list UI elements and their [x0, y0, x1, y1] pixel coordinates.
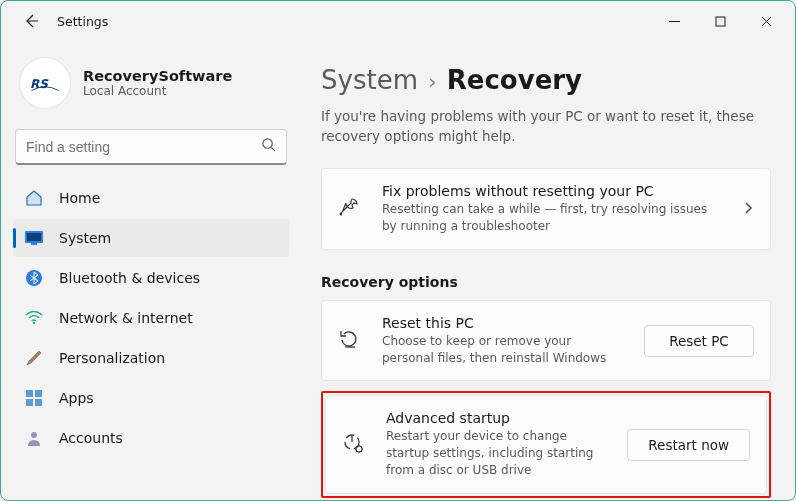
sidebar-item-network[interactable]: Network & internet: [13, 299, 289, 337]
fix-problems-card[interactable]: Fix problems without resetting your PC R…: [321, 168, 771, 250]
wrench-icon: [338, 196, 362, 222]
card-subtitle: Restart your device to change startup se…: [386, 428, 607, 478]
paintbrush-icon: [25, 349, 43, 367]
sidebar-item-accounts[interactable]: Accounts: [13, 419, 289, 457]
svg-rect-0: [716, 17, 725, 26]
advanced-startup-row: Advanced startup Restart your device to …: [325, 395, 767, 493]
card-title: Reset this PC: [382, 315, 624, 331]
sidebar-item-label: Personalization: [59, 350, 165, 366]
svg-text:RS: RS: [30, 77, 49, 91]
sidebar-item-label: Bluetooth & devices: [59, 270, 200, 286]
svg-point-2: [263, 139, 272, 148]
breadcrumb-current: Recovery: [447, 65, 582, 95]
avatar: RS: [19, 57, 71, 109]
sidebar-item-home[interactable]: Home: [13, 179, 289, 217]
sidebar-item-apps[interactable]: Apps: [13, 379, 289, 417]
sidebar-item-label: Accounts: [59, 430, 123, 446]
sidebar-item-label: Apps: [59, 390, 94, 406]
chevron-right-icon: [742, 199, 754, 218]
reset-pc-row: Reset this PC Choose to keep or remove y…: [321, 300, 771, 382]
search-input[interactable]: [26, 139, 261, 155]
svg-point-7: [33, 322, 35, 324]
page-description: If you're having problems with your PC o…: [321, 107, 761, 146]
card-title: Fix problems without resetting your PC: [382, 183, 712, 199]
reset-pc-button[interactable]: Reset PC: [644, 325, 754, 357]
sidebar-item-bluetooth[interactable]: Bluetooth & devices: [13, 259, 289, 297]
power-gear-icon: [342, 432, 366, 458]
search-input-container[interactable]: [15, 129, 287, 165]
sidebar-item-system[interactable]: System: [13, 219, 289, 257]
svg-rect-4: [27, 233, 41, 241]
titlebar: Settings: [1, 1, 795, 41]
reset-icon: [338, 328, 362, 354]
maximize-button[interactable]: [697, 5, 743, 37]
breadcrumb: System › Recovery: [321, 65, 771, 95]
svg-rect-9: [35, 390, 42, 397]
recovery-options-heading: Recovery options: [321, 274, 771, 290]
close-button[interactable]: [743, 5, 789, 37]
apps-icon: [25, 389, 43, 407]
card-subtitle: Choose to keep or remove your personal f…: [382, 333, 624, 367]
chevron-right-icon: ›: [428, 69, 437, 94]
system-icon: [25, 229, 43, 247]
card-title: Advanced startup: [386, 410, 607, 426]
window-title: Settings: [49, 14, 108, 29]
breadcrumb-parent[interactable]: System: [321, 65, 418, 95]
profile-account-type: Local Account: [83, 84, 232, 98]
svg-rect-10: [26, 399, 33, 406]
svg-rect-11: [35, 399, 42, 406]
svg-rect-8: [26, 390, 33, 397]
sidebar-item-label: Home: [59, 190, 100, 206]
sidebar: RS RecoverySoftware Local Account Home S…: [1, 41, 301, 500]
sidebar-item-label: Network & internet: [59, 310, 193, 326]
main-panel: System › Recovery If you're having probl…: [301, 41, 795, 500]
back-button[interactable]: [13, 3, 49, 39]
sidebar-item-personalization[interactable]: Personalization: [13, 339, 289, 377]
search-icon: [261, 137, 276, 156]
profile-name: RecoverySoftware: [83, 68, 232, 84]
home-icon: [25, 189, 43, 207]
svg-point-12: [31, 432, 37, 438]
profile[interactable]: RS RecoverySoftware Local Account: [13, 49, 289, 125]
restart-now-button[interactable]: Restart now: [627, 429, 750, 461]
wifi-icon: [25, 309, 43, 327]
highlight-box: Advanced startup Restart your device to …: [321, 391, 771, 497]
minimize-button[interactable]: [651, 5, 697, 37]
svg-rect-5: [31, 243, 37, 245]
sidebar-item-label: System: [59, 230, 111, 246]
bluetooth-icon: [25, 269, 43, 287]
person-icon: [25, 429, 43, 447]
card-subtitle: Resetting can take a while — first, try …: [382, 201, 712, 235]
